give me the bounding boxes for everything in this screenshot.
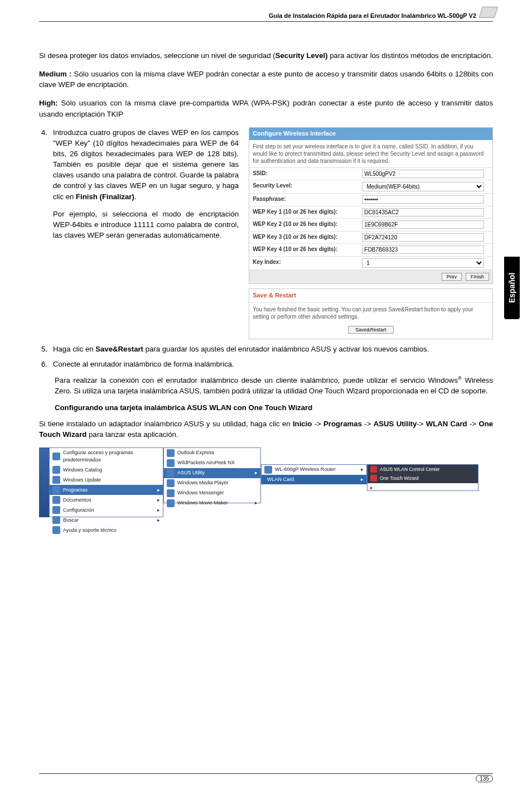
sm-messenger[interactable]: Windows Messenger xyxy=(164,488,260,498)
passphrase-input[interactable] xyxy=(362,195,484,204)
step6-body: Conecte al enrutador inalámbrico de form… xyxy=(53,359,493,369)
chevron-right-icon: ▸ xyxy=(255,469,258,476)
sm-wildpackets[interactable]: WildPackets AiroPeek NX xyxy=(164,458,260,468)
sm-r2-b: One Touch Wizard xyxy=(380,475,419,482)
step6-number: 6. xyxy=(41,359,47,369)
sm-left-r8: Ayuda y soporte técnico xyxy=(63,527,117,534)
sm-r1-b: WLAN Card xyxy=(267,476,294,483)
search-icon xyxy=(52,516,60,524)
sm-configurar[interactable]: Configurar acceso y programas predetermi… xyxy=(50,448,163,465)
last-para: Si tiene instalado un adaptador inalámbr… xyxy=(39,418,493,440)
footer-rule xyxy=(39,773,493,774)
save-restart-button[interactable]: Save&Restart xyxy=(348,326,394,334)
last-a: Si tiene instalado un adaptador inalámbr… xyxy=(39,420,293,428)
step4-text-c: . xyxy=(134,192,137,201)
sm-movie-maker[interactable]: Windows Movie Maker▸ xyxy=(164,498,260,508)
prev-button[interactable]: Prev xyxy=(442,273,462,281)
keyindex-label: Key Index: xyxy=(249,257,359,269)
keyindex-select[interactable]: 1 xyxy=(362,258,484,268)
wlan-card-bold: WLAN Card xyxy=(426,420,467,428)
finish-bold: Finish (Finalizar) xyxy=(76,192,134,201)
chevron-right-icon: ▸ xyxy=(157,517,160,524)
sm-gray-row: ▸ xyxy=(367,483,478,493)
sm-left-r1: Configurar acceso y programas predetermi… xyxy=(63,449,160,464)
sm-programas[interactable]: Programas▸ xyxy=(50,485,163,495)
sm-catalog[interactable]: Windows Catalog xyxy=(50,465,163,475)
configure-wireless-panel: Configure Wireless Interface First step … xyxy=(249,127,493,284)
sm-ayuda[interactable]: Ayuda y soporte técnico xyxy=(50,525,163,535)
security-label: Security Level: xyxy=(249,180,359,193)
step5-number: 5. xyxy=(41,344,47,354)
cfg-title: Configure Wireless Interface xyxy=(249,128,492,140)
sm-control-center[interactable]: ASUS WLAN Control Center xyxy=(367,465,478,474)
registered-mark: ® xyxy=(458,376,462,381)
medium-para: Medium : Sólo usuarios con la misma clav… xyxy=(39,69,493,90)
sm-left-r4: Programas xyxy=(63,487,88,494)
chevron-right-icon: ▸ xyxy=(361,476,364,483)
outlook-icon xyxy=(167,449,175,457)
security-select[interactable]: Medium(WEP-64bits) xyxy=(362,182,484,191)
programas-bold: Programas xyxy=(323,420,362,428)
high-label: High: xyxy=(39,99,58,107)
wepkey1-input[interactable] xyxy=(362,208,484,216)
step4-para2: Por ejemplo, si selecciona el modo de en… xyxy=(53,209,239,240)
intro-text-a: Si desea proteger los datos enviados, se… xyxy=(39,51,275,60)
sm-mid-r4: Windows Media Player xyxy=(177,479,229,487)
sm-media-player[interactable]: Windows Media Player xyxy=(164,478,260,488)
chevron-right-icon: ▸ xyxy=(157,497,160,504)
catalog-icon xyxy=(52,466,60,474)
ssid-input[interactable] xyxy=(362,170,484,178)
sm-mid-r5: Windows Messenger xyxy=(177,489,224,497)
start-menu-left: Configurar acceso y programas predetermi… xyxy=(49,447,163,517)
arrow1: -> xyxy=(312,420,323,428)
sm-buscar[interactable]: Buscar▸ xyxy=(50,515,163,525)
wepkey3-input[interactable] xyxy=(362,233,484,242)
header-icon xyxy=(479,7,498,18)
step4-text-a: Introduzca cuatro grupos de claves WEP e… xyxy=(53,128,239,201)
sm-update[interactable]: Windows Update xyxy=(50,475,163,485)
wepkey4-input[interactable] xyxy=(362,246,484,254)
sm-onetouch-wizard[interactable]: One Touch Wizard xyxy=(367,474,478,483)
header-rule xyxy=(39,21,493,22)
wizard-icon xyxy=(370,475,377,482)
sm-wl600gp[interactable]: WL-600gP Wireless Router▸ xyxy=(262,465,366,475)
documents-icon xyxy=(52,496,60,504)
xp-side-strip xyxy=(39,447,49,517)
sm-mid-r1: Outlook Express xyxy=(177,449,214,456)
restart-title: Save & Restart xyxy=(249,289,492,303)
sm-r1-a: WL-600gP Wireless Router xyxy=(275,466,336,473)
chevron-right-icon: ▸ xyxy=(157,487,160,494)
movie-icon xyxy=(167,499,175,507)
inicio-bold: Inicio xyxy=(293,420,312,428)
sm-documentos[interactable]: Documentos▸ xyxy=(50,495,163,505)
media-icon xyxy=(167,479,175,487)
step5-text-c: para guardar los ajustes del enrutador i… xyxy=(143,345,429,353)
sm-outlook[interactable]: Outlook Express xyxy=(164,448,260,458)
sm-configuracion[interactable]: Configuración▸ xyxy=(50,505,163,515)
control-center-icon xyxy=(370,466,377,473)
finish-button[interactable]: Finish xyxy=(466,273,489,281)
chevron-right-icon: ▸ xyxy=(361,466,364,473)
start-menu-mid: Outlook Express WildPackets AiroPeek NX … xyxy=(163,447,261,503)
sm-mid-r3: ASUS Utility xyxy=(177,469,205,476)
cfg-desc: First step to set your wireless interfac… xyxy=(249,140,492,168)
start-menu-r2: ASUS WLAN Control Center One Touch Wizar… xyxy=(367,464,478,491)
asus-utility-bold: ASUS Utility xyxy=(374,420,417,428)
save-restart-bold: Save&Restart xyxy=(95,345,143,353)
page-number: 135 xyxy=(476,775,493,782)
last-k: para lanzar esta aplicación. xyxy=(86,430,178,439)
arrow3: -> xyxy=(417,420,425,428)
chevron-right-icon: ▸ xyxy=(255,499,258,507)
language-tab: Español xyxy=(504,257,520,319)
sm-mid-r2: WildPackets AiroPeek NX xyxy=(177,459,235,466)
sm-asus-utility[interactable]: ASUS Utility▸ xyxy=(164,468,260,478)
start-menu-r1: WL-600gP Wireless Router▸ WLAN Card▸ xyxy=(261,464,367,484)
medium-label: Medium : xyxy=(39,70,71,78)
chevron-right-icon: ▸ xyxy=(370,485,373,490)
chevron-right-icon: ▸ xyxy=(157,507,160,514)
high-para: High: Sólo usuarios con la misma clave p… xyxy=(39,98,493,119)
sm-wlan-card[interactable]: WLAN Card▸ xyxy=(262,475,366,484)
wepkey3-label: WEP Key 3 (10 or 26 hex digits): xyxy=(249,232,359,244)
update-icon xyxy=(52,476,60,484)
wepkey2-input[interactable] xyxy=(362,220,484,229)
